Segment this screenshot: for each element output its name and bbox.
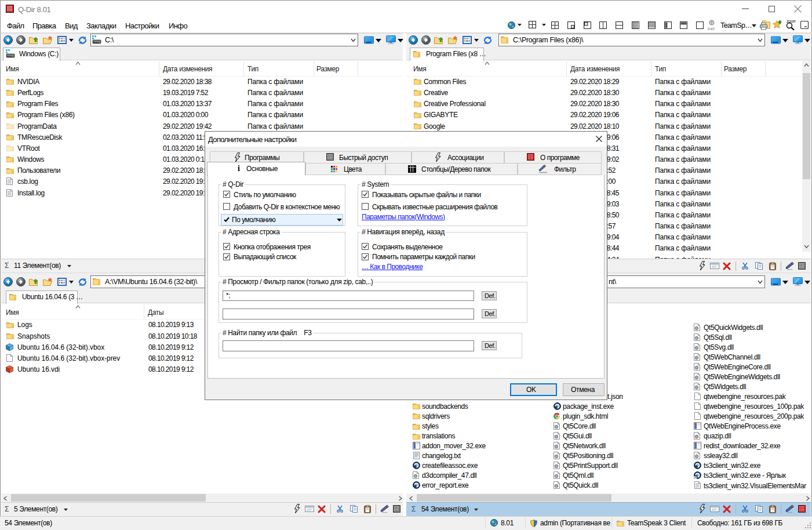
svg-text:?: ? xyxy=(711,21,713,25)
svg-text:zoom: zoom xyxy=(786,19,796,23)
